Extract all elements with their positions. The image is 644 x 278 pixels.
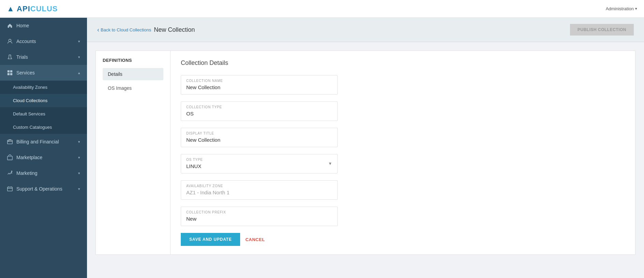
- cloud-collections-label: Cloud Collections: [13, 98, 47, 103]
- save-and-update-button[interactable]: SAVE AND UPDATE: [181, 233, 240, 246]
- definitions-title: DEFINITIONS: [103, 58, 163, 63]
- sidebar-item-home[interactable]: Home: [0, 18, 87, 33]
- sidebar-item-marketplace-label: Marketplace: [16, 155, 42, 160]
- custom-catalogues-label: Custom Catalogues: [13, 125, 52, 130]
- field-collection-prefix[interactable]: COLLECTION PREFIX New: [181, 207, 338, 226]
- sidebar-item-accounts[interactable]: Accounts ▾: [0, 33, 87, 49]
- sidebar-item-billing-label: Billing and Financial: [16, 139, 59, 144]
- trials-chevron: ▾: [78, 55, 80, 59]
- sidebar-item-accounts-label: Accounts: [16, 39, 36, 44]
- field-display-title-label: DISPLAY TITLE: [186, 131, 332, 135]
- sidebar-item-marketplace[interactable]: Marketplace ▾: [0, 150, 87, 165]
- sidebar-item-trials[interactable]: Trials ▾: [0, 49, 87, 65]
- sidebar: Home Accounts ▾ Trials ▾: [0, 18, 87, 278]
- sidebar-item-marketing-label: Marketing: [16, 170, 37, 176]
- os-type-dropdown-arrow: ▼: [328, 161, 332, 166]
- field-availability-zone[interactable]: AVAILABILITY ZONE AZ1 - India North 1: [181, 180, 338, 200]
- sidebar-item-billing[interactable]: Billing and Financial ▾: [0, 134, 87, 150]
- sidebar-item-trials-label: Trials: [16, 54, 28, 60]
- breadcrumb: Back to Cloud Collections New Collection: [97, 26, 195, 33]
- trials-icon: [7, 54, 13, 60]
- svg-rect-6: [8, 141, 9, 141]
- availability-zones-label: Availability Zones: [13, 85, 47, 90]
- definitions-panel: DEFINITIONS Details OS Images: [96, 51, 171, 255]
- field-os-type-label: OS TYPE: [186, 158, 328, 162]
- page-title: New Collection: [154, 26, 195, 33]
- services-icon: [7, 70, 13, 76]
- svg-rect-1: [8, 70, 10, 72]
- cancel-button[interactable]: CANCEL: [245, 237, 265, 242]
- sidebar-submenu-availability-zones[interactable]: Availability Zones: [0, 81, 87, 94]
- svg-rect-3: [8, 73, 10, 75]
- field-os-type[interactable]: OS TYPE LINUX ▼: [181, 154, 338, 173]
- sidebar-submenu-cloud-collections[interactable]: Cloud Collections: [0, 94, 87, 107]
- svg-rect-9: [8, 187, 12, 191]
- billing-icon: [7, 139, 13, 145]
- svg-point-0: [9, 39, 11, 42]
- sidebar-item-home-label: Home: [16, 23, 29, 28]
- support-chevron: ▾: [78, 187, 80, 191]
- field-collection-prefix-label: COLLECTION PREFIX: [186, 210, 332, 214]
- action-buttons: SAVE AND UPDATE CANCEL: [181, 233, 625, 246]
- field-availability-zone-value: AZ1 - India North 1: [186, 190, 332, 195]
- field-display-title[interactable]: DISPLAY TITLE New Collection: [181, 128, 338, 147]
- svg-rect-5: [8, 140, 12, 144]
- svg-rect-7: [8, 156, 12, 160]
- details-panel: Collection Details COLLECTION NAME New C…: [171, 51, 635, 255]
- marketplace-chevron: ▾: [78, 155, 80, 160]
- field-os-type-value: LINUX: [186, 163, 328, 169]
- field-availability-zone-label: AVAILABILITY ZONE: [186, 184, 332, 188]
- back-link[interactable]: Back to Cloud Collections: [97, 27, 151, 33]
- publish-collection-button[interactable]: PUBLISH COLLECTION: [570, 24, 634, 36]
- field-collection-prefix-value: New: [186, 216, 332, 222]
- svg-rect-4: [10, 73, 12, 75]
- logo-api: ▲ API: [7, 4, 30, 13]
- field-collection-type-value: OS: [186, 111, 332, 116]
- logo-text: ▲ APICULUS: [7, 4, 58, 13]
- accounts-chevron: ▾: [78, 39, 80, 44]
- services-chevron: ▴: [78, 71, 80, 75]
- field-display-title-value: New Collection: [186, 137, 332, 143]
- support-icon: [7, 186, 13, 192]
- sidebar-submenu-custom-catalogues[interactable]: Custom Catalogues: [0, 121, 87, 134]
- field-collection-name-label: COLLECTION NAME: [186, 79, 332, 83]
- def-item-os-images[interactable]: OS Images: [103, 82, 163, 94]
- sidebar-item-support-label: Support & Operations: [16, 186, 62, 192]
- svg-point-8: [11, 171, 13, 172]
- sidebar-item-support[interactable]: Support & Operations ▾: [0, 181, 87, 197]
- field-collection-name-value: New Collection: [186, 84, 332, 90]
- marketplace-icon: [7, 154, 13, 161]
- def-item-details[interactable]: Details: [103, 68, 163, 80]
- sidebar-submenu-default-services[interactable]: Default Services: [0, 107, 87, 121]
- collection-details-title: Collection Details: [181, 59, 625, 67]
- top-navigation: ▲ APICULUS Administration: [0, 0, 644, 18]
- logo-culus: CULUS: [30, 4, 58, 13]
- home-icon: [7, 23, 13, 29]
- logo: ▲ APICULUS: [7, 4, 58, 13]
- admin-menu[interactable]: Administration: [606, 6, 637, 11]
- sidebar-item-services-label: Services: [16, 70, 35, 75]
- marketing-icon: [7, 170, 13, 176]
- svg-rect-2: [10, 70, 12, 72]
- marketing-chevron: ▾: [78, 171, 80, 176]
- billing-chevron: ▾: [78, 140, 80, 144]
- content-area: DEFINITIONS Details OS Images Collection…: [87, 42, 644, 263]
- field-collection-type[interactable]: COLLECTION TYPE OS: [181, 101, 338, 121]
- sidebar-item-marketing[interactable]: Marketing ▾: [0, 165, 87, 181]
- field-collection-name[interactable]: COLLECTION NAME New Collection: [181, 75, 338, 95]
- page-header: Back to Cloud Collections New Collection…: [87, 18, 644, 42]
- sidebar-item-services[interactable]: Services ▴: [0, 65, 87, 81]
- field-collection-type-label: COLLECTION TYPE: [186, 105, 332, 109]
- accounts-icon: [7, 38, 13, 44]
- default-services-label: Default Services: [13, 111, 45, 116]
- main-content: Back to Cloud Collections New Collection…: [87, 18, 644, 278]
